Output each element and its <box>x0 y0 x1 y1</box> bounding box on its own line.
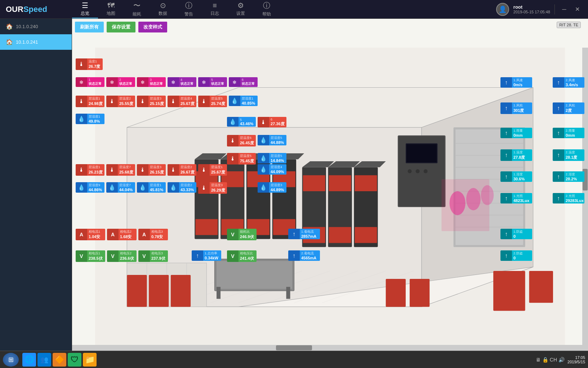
sensor-itemp1[interactable]: ↑ 1.温度 27.8度 <box>500 149 532 161</box>
svg-point-46 <box>424 169 428 173</box>
sensor-mid-temp3[interactable]: 🌡 层温度5 75.45度 <box>227 153 256 165</box>
sensor-volt1[interactable]: V 相电压1 238.5伏 <box>76 250 105 262</box>
sensor-ac3[interactable]: ❄ 3 状态正常 <box>137 77 166 87</box>
sensor-mamp1[interactable]: ↑ 1.毫电流 2857mA <box>288 229 320 239</box>
nav-help[interactable]: ⓘ 帮助 <box>254 0 280 18</box>
minimize-button[interactable]: ─ <box>559 4 569 14</box>
sensor-wind2[interactable]: ↑ 2.风速 3.4m/s <box>553 77 584 88</box>
sensor-temprow2-4[interactable]: 🌡 层温度4 25.67度 <box>168 96 196 107</box>
sensor-mid-humi2-val: 44.88% <box>271 140 285 145</box>
nav-energy[interactable]: 〜 能耗 <box>124 0 150 18</box>
sensor-temprow2-5[interactable]: 🌡 层温度5 25.74度 <box>198 96 227 107</box>
sensor-humi-bottom[interactable]: 💧 层湿度1 49.8% <box>76 114 104 124</box>
taskbar-ie[interactable]: 🌐 <box>22 353 36 367</box>
sensor-humi-row3-1[interactable]: 💧 层湿度9 44.86% <box>76 182 104 193</box>
sensor-ac1[interactable]: ❄ 1 状态正常 <box>76 77 104 87</box>
sensor-wind2-val: 3.4m/s <box>566 83 583 87</box>
sensor-volt-mid2[interactable]: V 相电压比 241.4伏 <box>227 250 257 262</box>
sensor-volt2-label: 相电压2 <box>120 251 135 256</box>
sensor-volt-mid1[interactable]: V 能耗比 246.9伏 <box>227 229 257 240</box>
user-info: root 2019-05-15 17:05:48 <box>513 4 550 14</box>
sensor-mamp2-val: 4565mA <box>301 256 318 260</box>
sensor-itemp2[interactable]: ↑ 2.温度 28.1度 <box>553 149 584 161</box>
sensor-ilux1-label: 1.光照 <box>513 194 531 198</box>
sensor-ac6[interactable]: ❄ 6 状态正常 <box>229 77 258 87</box>
taskbar-folder[interactable]: 📁 <box>83 353 97 367</box>
save-button[interactable]: 保存设置 <box>107 22 135 32</box>
sensor-humi-row3-5[interactable]: 💧 层湿度3 44.89% <box>258 182 286 193</box>
sensor-volt3[interactable]: V 相电压3 237.9伏 <box>138 250 168 262</box>
sensor-ihumid2[interactable]: ↑ 2.湿度 28.2% <box>553 171 584 182</box>
sensor-temp-row3-3[interactable]: 🌡 层温度3 26.29度 <box>198 182 227 194</box>
sensor-mid-humi3[interactable]: 💧 层湿度5 14.84% <box>258 153 286 163</box>
sensor-mid-humi2[interactable]: 💧 层湿度5 44.88% <box>258 135 286 145</box>
sensor-temprow2-1[interactable]: 🌡 层温度1 24.98度 <box>76 96 104 107</box>
nav-log[interactable]: ≡ 日志 <box>202 0 228 18</box>
sensor-mid-humi1[interactable]: 💧 5 43.46% <box>227 117 256 127</box>
nav-overview[interactable]: ☰ 总览 <box>72 0 98 18</box>
sensor-humirow2-1[interactable]: 💧 层湿度1 40.85% <box>229 96 258 106</box>
sensor-ac2[interactable]: ❄ 2 状态正常 <box>106 77 135 87</box>
sensor-ilux1[interactable]: ↑ 1.光照 4823Lux <box>500 193 532 203</box>
sensor-mid-temp1[interactable]: 🌡 6 27.36度 <box>258 117 286 127</box>
hscroll-thumb[interactable] <box>276 345 312 350</box>
sensor-windr2[interactable]: ↑ 2.风轮 2度 <box>553 102 584 114</box>
sidebar-label-1: 10.1.0.241 <box>16 39 38 45</box>
sensor-temprow2-2[interactable]: 🌡 层温度2 25.55度 <box>106 96 135 107</box>
sensor-temprow2-3[interactable]: 🌡 层温度3 25.15度 <box>137 96 166 107</box>
nav-alert[interactable]: ⓘ 警告 <box>176 0 202 18</box>
sensor-large-temp1[interactable]: 🌡 层温度1 26.23度 <box>76 164 104 176</box>
sidebar-item-0[interactable]: 🏠 10.1.0.240 <box>0 19 72 34</box>
taskbar-orange[interactable]: 🔶 <box>53 353 66 367</box>
nav-map[interactable]: 🗺 地图 <box>98 0 124 18</box>
title-bar-right: 👤 root 2019-05-15 17:05:48 ─ ✕ <box>496 3 588 16</box>
sensor-wind1[interactable]: ↑ 1.风速 0m/s <box>500 77 532 88</box>
sensor-large-temp5[interactable]: 🌡 层温度1 25.67度 <box>198 164 227 176</box>
sensor-ac6-label: 6 <box>242 78 256 82</box>
nav-settings[interactable]: ⚙ 设置 <box>228 0 254 18</box>
sensor-amp3[interactable]: A 相电流3 0.78安 <box>138 229 168 240</box>
nav-data[interactable]: ⊙ 数据 <box>150 0 176 18</box>
sensor-large-temp2[interactable]: 🌡 层温度7 25.68度 <box>106 164 135 176</box>
sensor-mamp2[interactable]: ↑ 2.毫电流 4565mA <box>288 250 320 261</box>
sensor-ilux2[interactable]: ↑ 2.光照 29283Lux <box>553 193 584 203</box>
sensor-large-temp3[interactable]: 🌡 层温度3 26.15度 <box>137 164 166 176</box>
taskbar-shield[interactable]: 🛡 <box>68 353 81 367</box>
sensor-fire2[interactable]: ↑ 2.防盗 0 <box>500 250 532 261</box>
sensor-humi-row3-3[interactable]: 💧 层湿度1 45.81% <box>137 182 166 193</box>
sensor-large-temp4[interactable]: 🌡 层温度2 26.67度 <box>168 164 196 176</box>
sensor-fire1[interactable]: ↑ 1.防盗 0 <box>500 229 532 239</box>
sensor-humi-row3-2[interactable]: 💧 层湿度7 44.04% <box>106 182 135 193</box>
sensor-humi-row3-1-label: 层湿度9 <box>89 183 103 188</box>
style-button[interactable]: 改变样式 <box>138 22 167 32</box>
sensor-amp2[interactable]: A 相电流2 1.68安 <box>107 229 137 240</box>
sensor-temprow2-3-val: 25.15度 <box>150 101 164 106</box>
sensor-ihumid2-val: 28.2% <box>566 177 583 181</box>
hscroll-track[interactable] <box>72 345 582 351</box>
refresh-button[interactable]: 刷新所有 <box>75 22 104 32</box>
sidebar-item-1[interactable]: 🏠 10.1.0.241 <box>0 34 72 50</box>
main-window: OURSpeed ☰ 总览 🗺 地图 〜 能耗 ⊙ 数据 ⓘ 警告 <box>0 0 588 351</box>
sensor-humi-row3-4[interactable]: 💧 层湿度2 43.33% <box>168 182 196 193</box>
sensor-mamp1-label: 1.毫电流 <box>301 229 318 234</box>
sensor-mid-temp2[interactable]: 🌡 层温度6 26.45度 <box>227 135 256 146</box>
sensor-ac5[interactable]: ❄ 5 状态正常 <box>198 77 227 87</box>
sensor-amp1[interactable]: A 相电流1 1.04安 <box>76 229 105 240</box>
sensor-volt2[interactable]: V 相电压2 236.6伏 <box>107 250 137 262</box>
sensor-power1[interactable]: ↑ 1.总功率 0.34kW <box>192 250 221 261</box>
sensor-temp1[interactable]: 🌡 温度1 26.7度 <box>76 58 103 70</box>
sensor-rain2[interactable]: ↑ 2.雨量 0mm <box>553 128 584 138</box>
sensor-windr1[interactable]: ↑ 1.风轮 301度 <box>500 102 532 114</box>
start-button[interactable]: ⊞ <box>3 353 19 367</box>
sensor-temprow2-1-label: 层温度1 <box>89 96 103 101</box>
svg-rect-71 <box>286 287 290 299</box>
sensor-rain1[interactable]: ↑ 1.雨量 0mm <box>500 128 532 138</box>
sensor-ihumid1[interactable]: ↑ 1.湿度 30.6% <box>500 171 532 182</box>
taskbar-team[interactable]: 👥 <box>37 353 51 367</box>
folder-icon: 📁 <box>85 355 95 364</box>
clock-time: 17:05 <box>567 355 585 360</box>
sensor-large-temp5-val: 25.67度 <box>211 170 226 175</box>
close-button[interactable]: ✕ <box>572 4 582 14</box>
sensor-ac4[interactable]: ❄ 4 状态正常 <box>168 77 196 87</box>
sensor-large-humi1[interactable]: 💧 层湿度4 44.09% <box>258 164 286 175</box>
